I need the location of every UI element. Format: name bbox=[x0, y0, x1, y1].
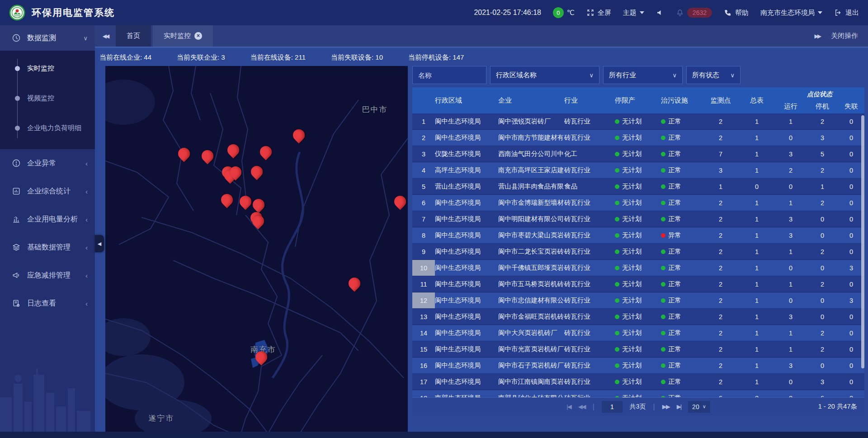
cell-company: 阆中大兴页岩机砖厂 bbox=[498, 325, 564, 341]
table-row[interactable]: 5 营山生态环境局 营山县润丰肉食品有限 食品 无计划 正常 1 0 0 bbox=[412, 179, 864, 195]
table-row[interactable]: 18 南部生态环境局 南部县砂化土砖有限公 砖瓦行业 无计划 正常 6 2 0 bbox=[412, 390, 864, 397]
header-actions: 2021-02-25 17:46:18 0 ℃ 全屏 主题 bbox=[474, 7, 859, 18]
last-page-button[interactable]: ▶| bbox=[677, 403, 681, 410]
cell-stop-production: 无计划 bbox=[615, 390, 661, 397]
cell-company: 南充市高坪区王家店建 bbox=[498, 162, 564, 178]
page-title: 环保用电监管系统 bbox=[32, 6, 115, 19]
tab-close-icon[interactable]: × bbox=[194, 32, 202, 40]
table-row[interactable]: 11 阆中生态环境局 阆中市五马桥页岩机砖 砖瓦行业 无计划 正常 2 1 1 bbox=[412, 276, 864, 292]
cell-stopped: 0 bbox=[807, 309, 838, 325]
temperature-unit: ℃ bbox=[567, 9, 575, 17]
chevron-down-icon: ∨ bbox=[730, 72, 735, 79]
cell-disconnected: 0 bbox=[838, 341, 864, 357]
table-row[interactable]: 3 仪陇生态环境局 西南油气田分公司川中 化工 无计划 正常 7 1 3 bbox=[412, 146, 864, 162]
sidebar-item-data-monitor[interactable]: 数据监测 ∨ bbox=[0, 25, 95, 51]
notification-button[interactable]: 2632 bbox=[676, 8, 712, 18]
tab-home[interactable]: 首页 bbox=[116, 25, 151, 47]
cell-pollution-facility: 正常 bbox=[661, 341, 703, 357]
cell-pollution-facility: 正常 bbox=[661, 162, 703, 178]
org-dropdown[interactable]: 南充市生态环境局 bbox=[760, 9, 822, 17]
region-filter-select[interactable]: 行政区域名称 ∨ bbox=[490, 66, 599, 84]
cell-stop-production: 无计划 bbox=[615, 325, 661, 341]
status-dot-icon bbox=[661, 266, 665, 270]
next-page-button[interactable]: ▶▶ bbox=[662, 403, 670, 410]
row-index: 18 bbox=[412, 390, 435, 397]
sound-button[interactable] bbox=[656, 9, 664, 17]
sidebar-item-base-data[interactable]: 基础数据管理 ‹ bbox=[0, 233, 95, 261]
cell-pollution-facility: 正常 bbox=[661, 130, 703, 146]
stat-item: 当前在线设备: 211 bbox=[250, 53, 306, 62]
close-operations-button[interactable]: 关闭操作 bbox=[831, 32, 858, 40]
industry-filter-select[interactable]: 所有行业 ∨ bbox=[603, 66, 683, 84]
cell-total-meter: 1 bbox=[739, 211, 775, 227]
table-row[interactable]: 17 阆中生态环境局 阆中市江南镇阆南页岩 砖瓦行业 无计划 正常 2 1 0 bbox=[412, 374, 864, 390]
header: 环保用电监管系统 2021-02-25 17:46:18 0 ℃ 全屏 主题 bbox=[0, 0, 868, 25]
table-row[interactable]: 15 阆中生态环境局 阆中市光富页岩机砖厂 砖瓦行业 无计划 正常 2 1 1 bbox=[412, 341, 864, 358]
cell-monitor-points: 2 bbox=[703, 292, 739, 308]
enterprise-table: 行政区域 企业 行业 停限产 治污设施 监测点 总表 点位状态 运行 停机 失联 bbox=[412, 87, 864, 397]
table-row[interactable]: 6 阆中生态环境局 阆中市金博瑞新型墙材 砖瓦行业 无计划 正常 2 1 1 bbox=[412, 195, 864, 211]
sidebar-item-enterprise-abnormal[interactable]: 企业异常 ‹ bbox=[0, 149, 95, 177]
status-dot-icon bbox=[615, 266, 619, 270]
cell-total-meter: 1 bbox=[739, 341, 775, 357]
tab-realtime-monitor[interactable]: 实时监控 × bbox=[153, 25, 213, 47]
fullscreen-button[interactable]: 全屏 bbox=[586, 9, 611, 17]
cell-industry: 砖瓦行业 bbox=[564, 325, 615, 341]
sidebar-item-log-view[interactable]: 日志查看 ‹ bbox=[0, 289, 95, 317]
first-page-button[interactable]: |◀ bbox=[566, 403, 571, 410]
sidebar-item-video-monitor[interactable]: 视频监控 bbox=[0, 83, 95, 113]
name-filter-input[interactable] bbox=[418, 71, 481, 79]
status-dot-icon bbox=[661, 201, 665, 205]
sidebar-item-enterprise-statistics[interactable]: 企业综合统计 ‹ bbox=[0, 177, 95, 205]
table-row[interactable]: 10 阆中生态环境局 阆中千佛镇五郎垭页岩 砖瓦行业 无计划 正常 2 1 0 bbox=[412, 260, 864, 276]
record-range-label: 1 - 20 共47条 bbox=[818, 402, 857, 411]
status-dot-icon bbox=[661, 315, 665, 319]
cell-region: 阆中生态环境局 bbox=[435, 227, 498, 243]
table-row[interactable]: 9 阆中生态环境局 阆中市二龙长宝页岩砖 砖瓦行业 无计划 正常 2 1 1 bbox=[412, 244, 864, 260]
sidebar-collapse-handle[interactable]: ◀ bbox=[95, 235, 104, 252]
table-row[interactable]: 2 阆中生态环境局 阆中市南方节能建材有 砖瓦行业 无计划 正常 2 1 0 bbox=[412, 130, 864, 146]
cell-monitor-points: 2 bbox=[703, 341, 739, 357]
cell-stopped: 0 bbox=[807, 260, 838, 276]
status-dot-icon bbox=[661, 380, 665, 384]
table-row[interactable]: 14 阆中生态环境局 阆中大兴页岩机砖厂 砖瓦行业 无计划 正常 2 1 1 bbox=[412, 325, 864, 341]
table-row[interactable]: 16 阆中生态环境局 阆中市石子页岩机砖厂 砖瓦行业 无计划 正常 2 1 3 bbox=[412, 358, 864, 374]
page-size-select[interactable]: 20 ∨ bbox=[688, 401, 710, 413]
cell-total-meter: 1 bbox=[739, 325, 775, 341]
cell-running: 3 bbox=[775, 227, 807, 243]
cell-stopped: 3 bbox=[807, 130, 838, 146]
table-row[interactable]: 12 阆中生态环境局 阆中市忠信建材有限公 砖瓦行业 无计划 正常 2 1 0 bbox=[412, 292, 864, 309]
cell-stop-production: 无计划 bbox=[615, 374, 661, 390]
prev-page-button[interactable]: ◀◀ bbox=[578, 403, 585, 410]
page-number-input[interactable] bbox=[602, 401, 623, 413]
tab-scroll-right-button[interactable]: ▶▶ bbox=[815, 33, 820, 39]
status-dot-icon bbox=[661, 168, 665, 173]
cell-company: 阆中市石子页岩机砖厂 bbox=[498, 358, 564, 373]
chevron-down-icon: ∨ bbox=[703, 404, 706, 410]
table-row[interactable]: 1 阆中生态环境局 阆中强锐页岩砖厂 砖瓦行业 无计划 正常 2 1 1 bbox=[412, 113, 864, 130]
sidebar-item-power-load-detail[interactable]: 企业电力负荷明细 bbox=[0, 113, 95, 143]
sidebar-item-emergency-reduction[interactable]: 应急减排管理 ‹ bbox=[0, 261, 95, 289]
theme-dropdown[interactable]: 主题 bbox=[623, 9, 644, 17]
cell-stopped: 2 bbox=[807, 276, 838, 292]
tab-scroll-left-button[interactable]: ◀◀ bbox=[95, 25, 116, 47]
table-scrollbar[interactable] bbox=[861, 115, 864, 368]
cell-pollution-facility: 正常 bbox=[661, 374, 703, 390]
cell-running: 2 bbox=[775, 162, 807, 178]
cell-running: 0 bbox=[775, 374, 807, 390]
table-row[interactable]: 4 高坪生态环境局 南充市高坪区王家店建 砖瓦行业 无计划 正常 3 1 2 bbox=[412, 162, 864, 179]
logout-button[interactable]: 退出 bbox=[834, 9, 859, 17]
table-row[interactable]: 7 阆中生态环境局 阆中明阳建材有限公司 砖瓦行业 无计划 正常 2 1 3 bbox=[412, 211, 864, 227]
filter-bar: 行政区域名称 ∨ 所有行业 ∨ 所有状态 ∨ bbox=[412, 66, 864, 84]
table-row[interactable]: 13 阆中生态环境局 阆中市金福旺页岩机砖 砖瓦行业 无计划 正常 2 1 3 bbox=[412, 309, 864, 325]
sidebar-item-power-analysis[interactable]: 企业用电量分析 ‹ bbox=[0, 205, 95, 233]
cell-total-meter: 1 bbox=[739, 309, 775, 325]
cell-stopped: 2 bbox=[807, 325, 838, 341]
status-filter-select[interactable]: 所有状态 ∨ bbox=[686, 66, 741, 84]
cell-pollution-facility: 正常 bbox=[661, 292, 703, 308]
sidebar-item-realtime-monitor[interactable]: 实时监控 bbox=[0, 53, 95, 83]
cell-stopped: 3 bbox=[807, 374, 838, 390]
map-panel[interactable]: 巴中市南充市遂宁市 bbox=[105, 66, 408, 433]
table-row[interactable]: 8 阆中生态环境局 阆中市枣碧大梁山页岩 砖瓦行业 无计划 异常 2 1 3 bbox=[412, 227, 864, 244]
help-button[interactable]: 帮助 bbox=[724, 9, 749, 17]
